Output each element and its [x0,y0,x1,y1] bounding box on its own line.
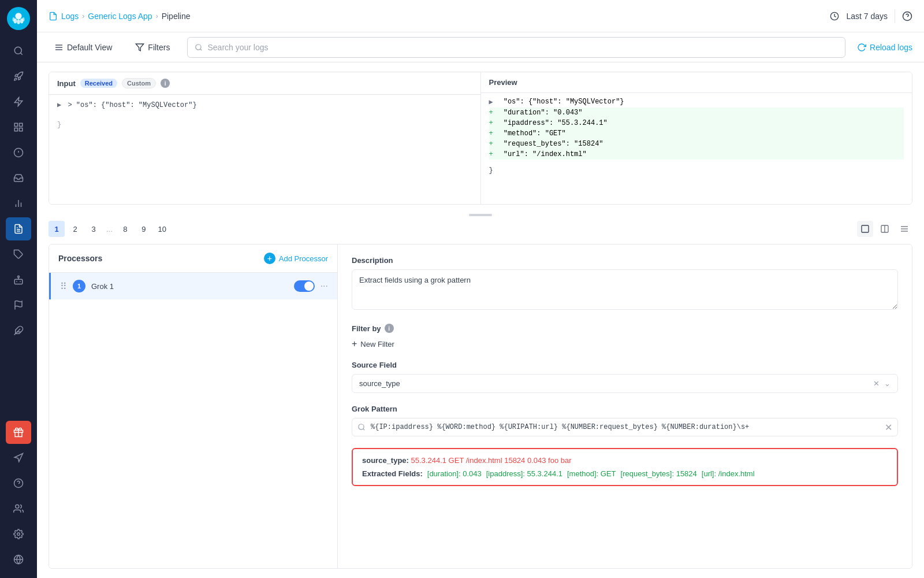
preview-row-5: + "url": "/index.html" [489,149,904,160]
bottom-split: Processors + Add Processor ⠿ 1 Grok 1 ··… [49,244,912,569]
received-tab[interactable]: Received [80,79,117,88]
extracted-field-ipaddress: [ipaddress]: 55.3.244.1 [486,469,562,478]
sidebar-item-globe[interactable] [6,548,31,571]
view-list-icon[interactable] [896,221,912,237]
processor-item-0[interactable]: ⠿ 1 Grok 1 ··· [49,273,337,299]
breadcrumb-app[interactable]: Generic Logs App [88,12,152,21]
source-chevron-icon[interactable]: ⌄ [884,379,891,388]
processor-more-icon[interactable]: ··· [321,281,328,291]
source-field-input[interactable]: source_type ✕ ⌄ [352,374,898,393]
svg-point-2 [17,19,20,24]
sidebar-item-users[interactable] [6,497,31,520]
input-body: ▶ > "os": {"host": "MySQLVector"} [49,95,480,115]
grok-search-icon [357,423,366,431]
default-view-button[interactable]: Default View [49,39,118,55]
breadcrumb-logs[interactable]: Logs [61,12,79,21]
sidebar-item-flag[interactable] [6,294,31,317]
search-icon [195,43,203,51]
add-processor-button[interactable]: + Add Processor [264,253,328,264]
breadcrumb: Logs › Generic Logs App › Pipeline [49,12,190,21]
grok-pattern-input[interactable] [352,418,898,436]
sidebar-item-puzzle[interactable] [6,319,31,342]
logs-breadcrumb-icon [49,12,58,21]
filters-button[interactable]: Filters [129,39,176,55]
preview-plus-icon-1: + [489,109,496,117]
svg-point-5 [22,17,24,21]
svg-point-50 [359,424,364,429]
view-split-icon[interactable] [877,221,893,237]
result-box: source_type: 55.3.244.1 GET /index.html … [352,448,898,486]
svg-point-43 [196,44,201,49]
toggle-thumb [304,281,314,291]
page-button-2[interactable]: 2 [67,221,83,237]
filter-by-info-icon[interactable]: i [385,324,394,333]
sidebar-item-inbox[interactable] [6,166,31,190]
add-processor-label: Add Processor [279,254,328,263]
sidebar-item-tag[interactable] [6,243,31,266]
page-button-9[interactable]: 9 [136,221,152,237]
main-content: Logs › Generic Logs App › Pipeline Last … [37,0,924,578]
breadcrumb-current: Pipeline [162,12,191,21]
page-button-3[interactable]: 3 [85,221,102,237]
custom-tab[interactable]: Custom [122,78,156,88]
description-label: Description [352,256,898,265]
input-header: Input Received Custom i [49,72,480,95]
description-textarea[interactable]: Extract fields using a grok pattern [352,269,898,310]
scroll-indicator [49,214,912,216]
page-button-10[interactable]: 10 [154,221,170,237]
sidebar-item-megaphone[interactable] [6,446,31,469]
page-button-8[interactable]: 8 [117,221,133,237]
preview-row-0: ▶ "os": {"host": "MySQLVector"} [489,97,904,108]
default-view-icon [54,43,64,52]
expand-arrow-icon[interactable]: ▶ [57,101,61,109]
default-view-label: Default View [67,43,112,52]
sidebar-item-settings[interactable] [6,523,31,546]
source-field-value: source_type [359,379,400,388]
input-info-icon[interactable]: i [161,79,170,88]
source-field-controls: ✕ ⌄ [873,379,891,388]
extracted-field-duration: [duration]: 0.043 [427,469,482,478]
new-filter-button[interactable]: + New Filter [352,339,394,349]
search-placeholder: Search your logs [207,43,268,52]
grok-clear-icon[interactable]: ✕ [885,422,892,433]
sidebar-item-robot[interactable] [6,268,31,291]
help-icon[interactable] [902,11,912,21]
sidebar-item-grid[interactable] [6,116,31,139]
content-area: Input Received Custom i ▶ > "os": {"host… [37,62,924,578]
filter-by-section: Filter by i + New Filter [352,324,898,349]
grok-pattern-section: Grok Pattern ✕ [352,405,898,436]
sidebar-item-document[interactable] [6,217,31,240]
preview-row-content-1: "duration": "0.043" [500,109,583,117]
source-field-section: Source Field source_type ✕ ⌄ [352,361,898,393]
extracted-fields-label: Extracted Fields: [362,469,423,478]
sidebar-item-help[interactable] [6,472,31,495]
sidebar-item-gift[interactable] [6,421,31,444]
new-filter-label: New Filter [360,340,394,349]
time-range[interactable]: Last 7 days [846,12,888,21]
svg-point-6 [14,47,21,54]
topbar-right: Last 7 days [830,9,912,23]
preview-row-content-3: "method": "GET" [500,129,566,138]
view-single-icon[interactable] [857,221,873,237]
preview-row-3: + "method": "GET" [489,128,904,139]
svg-marker-42 [136,44,144,51]
preview-footer: } [481,163,912,178]
filters-icon [135,43,144,52]
svg-rect-44 [862,225,869,232]
search-box[interactable]: Search your logs [187,37,845,58]
sidebar-item-lightning[interactable] [6,90,31,113]
sidebar-item-alert[interactable] [6,141,31,164]
svg-point-22 [18,276,20,277]
sidebar-item-chart[interactable] [6,192,31,215]
sidebar-item-search[interactable] [6,39,31,62]
source-clear-icon[interactable]: ✕ [873,379,880,388]
sidebar-item-rocket[interactable] [6,65,31,88]
reload-button[interactable]: Reload logs [857,43,912,52]
svg-rect-9 [20,123,23,126]
input-label: Input [57,79,76,88]
processor-toggle[interactable] [294,280,315,292]
page-button-1[interactable]: 1 [49,221,65,237]
app-logo[interactable] [7,7,30,30]
extracted-field-request-bytes: [request_bytes]: 15824 [621,469,697,478]
preview-row-2: + "ipaddress": "55.3.244.1" [489,118,904,128]
